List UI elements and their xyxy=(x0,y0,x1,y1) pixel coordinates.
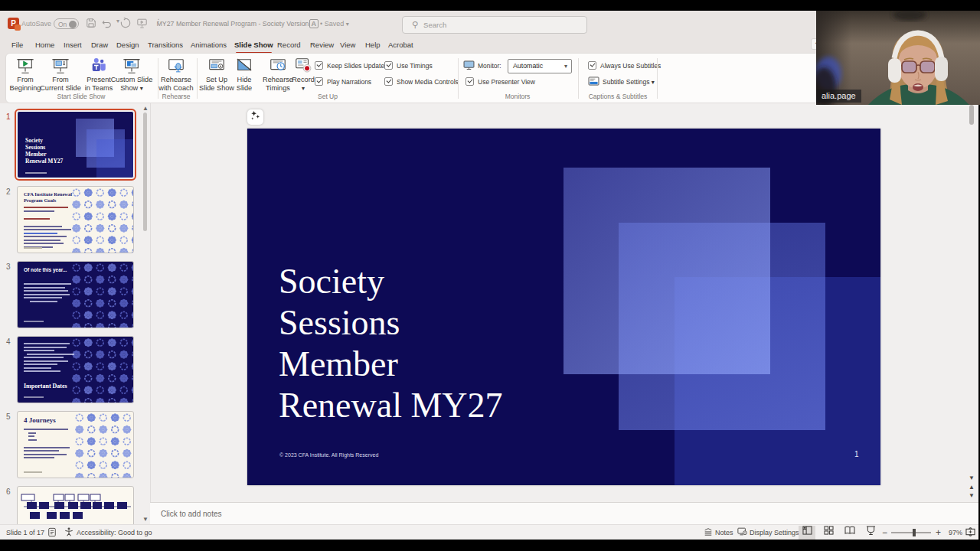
reading-view-button[interactable] xyxy=(841,526,858,540)
next-slide-icon[interactable]: ▼ xyxy=(968,492,975,499)
thumbnail-footer-line xyxy=(24,247,42,249)
tab-help[interactable]: Help xyxy=(365,41,381,52)
dropdown-chevron-icon: ▾ xyxy=(140,85,143,92)
play-narrations-checkbox[interactable]: Play Narrations xyxy=(315,77,371,87)
thumbnail-footer-line xyxy=(25,172,47,174)
slide-thumbnail-4[interactable]: Important Dates xyxy=(17,336,134,403)
save-icon[interactable] xyxy=(84,18,98,31)
start-presentation-icon[interactable] xyxy=(135,18,149,31)
use-presenter-view-checkbox[interactable]: Use Presenter View xyxy=(466,77,535,87)
tab-home[interactable]: Home xyxy=(35,41,54,52)
save-status[interactable]: A • Saved ▾ xyxy=(309,20,349,28)
notes-panel[interactable]: Click to add notes xyxy=(150,502,978,524)
tab-file[interactable]: File xyxy=(11,41,23,52)
hide-slide-button[interactable]: HideSlide xyxy=(231,57,257,93)
canvas-scrollbar[interactable]: ▼ ▲ ▼ xyxy=(967,103,976,502)
checked-checkbox-icon xyxy=(384,61,393,70)
tab-review[interactable]: Review xyxy=(310,41,334,52)
scroll-down-icon[interactable]: ▼ xyxy=(142,516,149,523)
notes-toggle-button[interactable]: Notes xyxy=(704,527,733,538)
tab-record[interactable]: Record xyxy=(277,41,301,52)
tab-slide-show[interactable]: Slide Show xyxy=(234,41,273,52)
group-label-start-slide-show: Start Slide Show xyxy=(57,93,106,100)
checked-checkbox-icon xyxy=(315,77,323,86)
slide-number-label: 5 xyxy=(6,412,17,421)
group-divider xyxy=(458,58,459,99)
fit-slide-to-window-button[interactable] xyxy=(965,527,975,540)
search-input[interactable]: ⚲Search xyxy=(402,16,587,34)
thumbnail-footer-line xyxy=(24,396,44,398)
checked-checkbox-icon xyxy=(466,77,474,86)
slide-thumbnail-3[interactable]: Of note this year... xyxy=(17,261,134,328)
custom-slide-show-button[interactable]: Custom SlideShow ▾ xyxy=(106,57,157,93)
hide-slide-icon xyxy=(234,57,254,75)
slide-show-view-button[interactable] xyxy=(862,526,879,540)
slide-canvas-area: Society Sessions Member Renewal MY27 © 2… xyxy=(150,103,978,502)
workspace: 1 SocietySessionsMemberRenewal MY27 2 CF… xyxy=(0,103,978,524)
thumbnail-body-lines xyxy=(24,429,73,461)
show-media-controls-checkbox[interactable]: Show Media Controls xyxy=(384,77,459,87)
use-timings-checkbox[interactable]: Use Timings xyxy=(384,60,433,71)
from-current-slide-button[interactable]: FromCurrent Slide xyxy=(34,57,87,93)
autosave-toggle[interactable]: On xyxy=(54,18,79,29)
thumbnail-body-lines xyxy=(24,343,73,374)
group-label-rehearse: Rehearse xyxy=(162,93,191,100)
scroll-up-icon[interactable]: ▲ xyxy=(142,105,149,112)
zoom-out-button[interactable]: − xyxy=(882,527,887,538)
rehearse-coach-icon xyxy=(166,57,186,75)
tab-view[interactable]: View xyxy=(340,41,355,52)
design-ideas-button[interactable] xyxy=(247,109,263,125)
subtitle-settings-icon xyxy=(588,77,599,86)
thumbnail-title-text: Important Dates xyxy=(24,383,67,390)
slide-thumbnail-2[interactable]: CFA Institute Renewal Program Goals xyxy=(17,186,134,253)
display-settings-icon xyxy=(737,527,747,536)
slide-indicator[interactable]: Slide 1 of 17 xyxy=(6,527,44,538)
autosave-toggle-knob xyxy=(69,21,77,28)
slide-editor[interactable]: Society Sessions Member Renewal MY27 © 2… xyxy=(247,129,880,485)
zoom-in-button[interactable]: + xyxy=(936,527,941,538)
record-icon xyxy=(293,57,313,75)
play-from-beginning-icon xyxy=(15,57,35,75)
tab-acrobat[interactable]: Acrobat xyxy=(388,41,413,52)
slide-title-text[interactable]: Society Sessions Member Renewal MY27 xyxy=(279,261,677,426)
accessibility-status[interactable]: Accessibility: Good to go xyxy=(64,527,152,538)
proofing-icon[interactable] xyxy=(47,527,57,540)
zoom-level[interactable]: 97% xyxy=(949,527,962,538)
webcam-overlay: alia.page xyxy=(816,11,980,105)
monitor-icon xyxy=(463,60,475,70)
keep-slides-updated-checkbox[interactable]: Keep Slides Updated xyxy=(315,60,388,71)
monitor-dropdown[interactable]: Automatic ▾ xyxy=(508,59,572,73)
scrollbar-thumb[interactable] xyxy=(143,112,147,231)
slide-number-label: 6 xyxy=(6,487,17,496)
redo-icon[interactable] xyxy=(119,18,132,31)
tab-transitions[interactable]: Transitions xyxy=(148,41,183,52)
tab-draw[interactable]: Draw xyxy=(91,41,108,52)
subtitle-settings-button[interactable]: Subtitle Settings ▾ xyxy=(588,77,655,87)
tab-design[interactable]: Design xyxy=(116,41,139,52)
scrollbar-thumb[interactable] xyxy=(969,105,974,125)
quick-access-more-icon[interactable]: ⋮ xyxy=(152,18,165,25)
normal-view-button[interactable] xyxy=(799,526,815,540)
notes-placeholder[interactable]: Click to add notes xyxy=(161,510,222,518)
autosave-label: AutoSave xyxy=(21,19,51,29)
thumbnail-title-text: 4 Journeys xyxy=(24,416,56,424)
rehearse-with-coach-button[interactable]: Rehearsewith Coach xyxy=(155,57,198,93)
slide-sorter-view-button[interactable] xyxy=(820,526,837,540)
tab-insert[interactable]: Insert xyxy=(64,41,82,52)
webcam-name-label: alia.page xyxy=(816,90,861,103)
slide-thumbnail-6[interactable] xyxy=(17,486,134,524)
search-icon: ⚲ xyxy=(412,20,418,29)
screen: P AutoSave On ▾ ⋮ MY27 Member Renewal Pr… xyxy=(0,0,980,551)
always-use-subtitles-checkbox[interactable]: Always Use Subtitles xyxy=(588,60,661,71)
autosave-toggle-state: On xyxy=(58,21,67,28)
zoom-slider-knob[interactable] xyxy=(913,529,916,536)
thumbnail-scrollbar[interactable]: ▲ ▼ xyxy=(142,103,149,524)
scroll-down-icon[interactable]: ▼ xyxy=(968,474,975,481)
tab-animations[interactable]: Animations xyxy=(191,41,227,52)
play-from-current-icon xyxy=(51,57,70,75)
zoom-slider[interactable] xyxy=(891,532,931,533)
slide-thumbnail-5[interactable]: 4 Journeys xyxy=(17,411,134,478)
slide-thumbnail-1[interactable]: SocietySessionsMemberRenewal MY27 xyxy=(17,111,134,178)
previous-slide-icon[interactable]: ▲ xyxy=(968,484,975,491)
display-settings-button[interactable]: Display Settings xyxy=(737,527,799,538)
